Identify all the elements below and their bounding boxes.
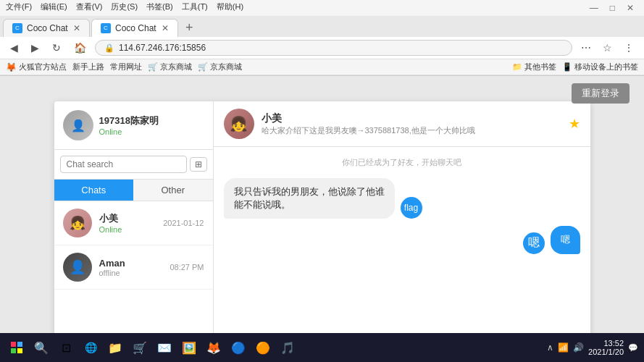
relogin-button[interactable]: 重新登录 <box>572 83 630 104</box>
star-icon[interactable]: ★ <box>569 116 580 132</box>
menu-view[interactable]: 查看(V) <box>76 1 103 14</box>
menu-file[interactable]: 文件(F) <box>6 1 32 14</box>
ie-button[interactable]: 🔵 <box>227 337 249 358</box>
contact-avatar-aman: 👤 <box>63 253 92 282</box>
taskbar: 🔍 ⊡ 🌐 📁 🛒 ✉️ 🖼️ 🦊 🔵 🟠 🎵 ∧ 📶 🔊 13:52 2021… <box>0 333 644 362</box>
photo-button[interactable]: 🖼️ <box>178 337 200 358</box>
extensions-button[interactable]: ⋯ <box>577 41 595 55</box>
contact-info-aman: Aman offline <box>99 258 163 277</box>
reload-button[interactable]: ↻ <box>48 41 65 55</box>
volume-icon[interactable]: 🔊 <box>573 342 584 353</box>
close-button[interactable]: ✕ <box>622 1 638 14</box>
messages-area: 你们已经成为了好友，开始聊天吧 我只告诉我的男朋友，他说除了他谁能不能说哦。 f… <box>214 147 590 333</box>
search-box: ⊞ <box>54 150 213 180</box>
tab-2[interactable]: C Coco Chat ✕ <box>91 19 178 37</box>
search-taskbar-button[interactable]: 🔍 <box>30 337 52 358</box>
mobile-bookmarks[interactable]: 📱 移动设备上的书签 <box>562 62 638 72</box>
contact-time-xiaomei: 2021-01-12 <box>163 219 204 227</box>
firefox-taskbar[interactable]: 🦊 <box>203 337 225 358</box>
jd-icon-2: 🛒 <box>198 62 208 71</box>
tab-label-1: Coco Chat <box>27 23 68 33</box>
bookmark-common[interactable]: 常用网址 <box>110 62 142 72</box>
chat-header-name: 小美 <box>262 112 561 125</box>
clock-time: 13:52 <box>588 339 624 348</box>
menu-history[interactable]: 历史(S) <box>111 1 138 14</box>
chat-header: 👧 小美 哈大家介绍下这是我男友噢→3375881738,他是一个大帅比哦 ★ <box>214 101 590 147</box>
jd-icon-1: 🛒 <box>148 62 158 71</box>
message-received: 我只告诉我的男朋友，他说除了他谁能不能说哦。 flag <box>224 178 580 219</box>
maximize-button[interactable]: □ <box>606 1 619 14</box>
contact-avatar-xiaomei: 👧 <box>63 209 92 237</box>
store-button[interactable]: 🛒 <box>129 337 151 358</box>
current-user-avatar: 👤 <box>63 110 93 140</box>
message-sent: 嗯 嗯 <box>224 226 580 253</box>
bookmark-newbie[interactable]: 新手上路 <box>72 62 104 72</box>
network-icon[interactable]: 📶 <box>558 342 569 353</box>
lock-icon: 🔒 <box>104 43 114 53</box>
tab-close-2[interactable]: ✕ <box>162 23 169 33</box>
menu-tools[interactable]: 工具(T) <box>182 1 208 14</box>
tab-close-1[interactable]: ✕ <box>73 23 80 33</box>
bookmarks-bar: 🦊 火狐官方站点 新手上路 常用网址 🛒 京东商城 🛒 京东商城 📁 其他书签 … <box>0 59 644 75</box>
contact-status-xiaomei: Online <box>99 225 156 234</box>
chat-header-avatar: 👧 <box>224 109 254 139</box>
media-button[interactable]: 🎵 <box>277 337 298 358</box>
tab-1[interactable]: C Coco Chat ✕ <box>3 19 90 37</box>
chat-search-input[interactable] <box>60 156 187 173</box>
bookmark-firefox[interactable]: 🦊 火狐官方站点 <box>6 62 67 72</box>
new-tab-button[interactable]: + <box>180 20 199 35</box>
edge-button[interactable]: 🌐 <box>80 337 101 358</box>
tab-favicon-1: C <box>12 23 22 33</box>
home-button[interactable]: 🏠 <box>70 41 91 55</box>
menu-bookmarks[interactable]: 书签(B) <box>146 1 173 14</box>
menu-bar: 文件(F) 编辑(E) 查看(V) 历史(S) 书签(B) 工具(T) 帮助(H… <box>0 0 644 16</box>
svg-rect-2 <box>11 348 16 353</box>
notification-icon[interactable]: 💬 <box>628 343 638 353</box>
current-user-name: 197318陈家明 <box>99 114 159 127</box>
bookmark-jd1[interactable]: 🛒 京东商城 <box>148 62 192 72</box>
contact-name-xiaomei: 小美 <box>99 212 156 225</box>
explorer-button[interactable]: 📁 <box>104 337 126 358</box>
current-user-status: Online <box>99 127 159 136</box>
contact-info-xiaomei: 小美 Online <box>99 212 156 234</box>
nav-bar: ◀ ▶ ↻ 🏠 🔒 114.67.246.176:15856 ⋯ ☆ ⋮ <box>0 37 644 59</box>
left-panel: 👤 197318陈家明 Online ⊞ Chats Other � <box>54 101 214 362</box>
other-bookmarks[interactable]: 📁 其他书签 <box>512 62 556 72</box>
svg-rect-1 <box>17 342 22 347</box>
chat-app: 👤 197318陈家明 Online ⊞ Chats Other � <box>54 101 590 362</box>
bookmark-star[interactable]: ☆ <box>598 41 616 55</box>
chat-header-desc: 哈大家介绍下这是我男友噢→3375881738,他是一个大帅比哦 <box>262 125 479 136</box>
nav-more[interactable]: ⋮ <box>619 41 638 55</box>
menu-edit[interactable]: 编辑(E) <box>41 1 67 14</box>
minimize-button[interactable]: — <box>585 1 603 14</box>
tab-favicon-2: C <box>101 23 111 33</box>
menu-help[interactable]: 帮助(H) <box>217 1 243 14</box>
svg-rect-3 <box>17 348 22 353</box>
forward-button[interactable]: ▶ <box>27 41 43 55</box>
address-bar[interactable]: 🔒 114.67.246.176:15856 <box>95 40 572 56</box>
system-tray: ∧ 📶 🔊 <box>547 342 584 353</box>
contact-item-xiaomei[interactable]: 👧 小美 Online 2021-01-12 <box>54 201 213 245</box>
app-icon[interactable]: 🟠 <box>252 337 274 358</box>
start-button[interactable] <box>6 337 28 358</box>
contact-time-aman: 08:27 PM <box>170 263 204 272</box>
tab-chats[interactable]: Chats <box>54 180 134 201</box>
check-button[interactable]: 嗯 <box>523 232 545 254</box>
current-user-info: 197318陈家明 Online <box>99 114 159 136</box>
address-text: 114.67.246.176:15856 <box>119 43 206 53</box>
tray-chevron[interactable]: ∧ <box>547 342 553 353</box>
flag-button[interactable]: flag <box>401 197 422 219</box>
system-message: 你们已经成为了好友，开始聊天吧 <box>224 157 580 168</box>
grid-icon-button[interactable]: ⊞ <box>190 157 207 172</box>
back-button[interactable]: ◀ <box>6 41 22 55</box>
mail-button[interactable]: ✉️ <box>154 337 175 358</box>
right-panel: 👧 小美 哈大家介绍下这是我男友噢→3375881738,他是一个大帅比哦 ★ … <box>214 101 590 362</box>
taskbar-clock[interactable]: 13:52 2021/1/20 <box>588 339 624 356</box>
task-view-button[interactable]: ⊡ <box>55 337 77 358</box>
tab-bar: C Coco Chat ✕ C Coco Chat ✕ + <box>0 16 644 37</box>
right-bookmarks: 📁 其他书签 📱 移动设备上的书签 <box>512 62 638 72</box>
tab-other[interactable]: Other <box>133 180 213 201</box>
bookmark-jd2[interactable]: 🛒 京东商城 <box>198 62 242 72</box>
contact-item-aman[interactable]: 👤 Aman offline 08:27 PM <box>54 245 213 290</box>
chat-header-info: 小美 哈大家介绍下这是我男友噢→3375881738,他是一个大帅比哦 <box>262 112 561 136</box>
